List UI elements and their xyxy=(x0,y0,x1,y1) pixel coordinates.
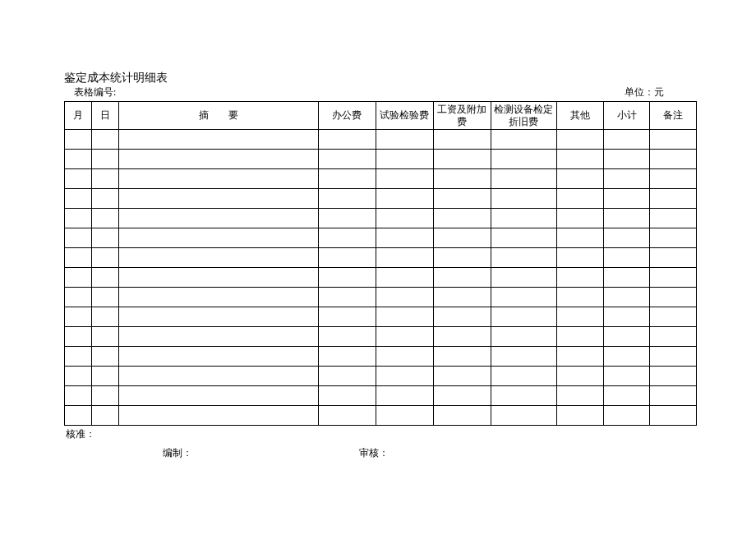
table-cell xyxy=(491,248,556,268)
table-cell xyxy=(376,189,433,209)
table-cell xyxy=(318,307,376,327)
table-cell xyxy=(491,150,556,169)
table-cell xyxy=(433,386,491,406)
table-cell xyxy=(433,209,491,228)
table-cell xyxy=(557,150,604,169)
table-cell xyxy=(603,130,650,150)
table-cell xyxy=(91,386,118,406)
table-cell xyxy=(603,209,650,228)
table-cell xyxy=(65,288,92,307)
table-cell xyxy=(433,406,491,426)
table-cell xyxy=(318,288,376,307)
table-cell xyxy=(91,367,118,386)
table-cell xyxy=(650,228,697,248)
table-cell xyxy=(433,248,491,268)
table-row xyxy=(65,189,697,209)
table-cell xyxy=(650,268,697,288)
table-cell xyxy=(650,209,697,228)
table-cell xyxy=(603,367,650,386)
table-cell xyxy=(557,288,604,307)
audit-label: 审核： xyxy=(359,446,389,460)
table-cell xyxy=(376,169,433,189)
table-cell xyxy=(433,228,491,248)
table-cell xyxy=(91,406,118,426)
col-day: 日 xyxy=(91,102,118,130)
table-cell xyxy=(65,307,92,327)
table-cell xyxy=(650,189,697,209)
table-cell xyxy=(650,307,697,327)
table-cell xyxy=(91,268,118,288)
table-cell xyxy=(433,307,491,327)
table-cell xyxy=(557,228,604,248)
table-body xyxy=(65,130,697,426)
table-cell xyxy=(118,268,318,288)
table-cell xyxy=(118,150,318,169)
table-cell xyxy=(433,288,491,307)
table-cell xyxy=(603,150,650,169)
table-cell xyxy=(433,150,491,169)
footer-row-2: 编制： 审核： xyxy=(64,446,697,460)
table-cell xyxy=(318,268,376,288)
table-cell xyxy=(118,209,318,228)
table-cell xyxy=(118,228,318,248)
table-cell xyxy=(650,406,697,426)
table-cell xyxy=(376,367,433,386)
document-content: 鉴定成本统计明细表 表格编号: 单位：元 月 日 摘 要 办公费 试验检验费 工… xyxy=(64,71,697,460)
table-cell xyxy=(491,169,556,189)
table-cell xyxy=(491,130,556,150)
table-cell xyxy=(650,367,697,386)
table-row xyxy=(65,347,697,367)
table-cell xyxy=(118,367,318,386)
table-cell xyxy=(91,130,118,150)
table-cell xyxy=(65,327,92,347)
table-row xyxy=(65,406,697,426)
table-cell xyxy=(557,268,604,288)
table-cell xyxy=(603,386,650,406)
table-cell xyxy=(118,288,318,307)
table-row xyxy=(65,386,697,406)
table-cell xyxy=(376,248,433,268)
table-cell xyxy=(65,367,92,386)
table-header-row: 月 日 摘 要 办公费 试验检验费 工资及附加费 检测设备检定折旧费 其他 小计… xyxy=(65,102,697,130)
prepare-label: 编制： xyxy=(163,446,192,460)
table-cell xyxy=(603,268,650,288)
table-cell xyxy=(491,189,556,209)
table-cell xyxy=(557,307,604,327)
table-cell xyxy=(318,209,376,228)
table-cell xyxy=(376,386,433,406)
table-cell xyxy=(650,169,697,189)
table-cell xyxy=(491,307,556,327)
table-cell xyxy=(376,307,433,327)
table-cell xyxy=(557,248,604,268)
table-cell xyxy=(318,228,376,248)
col-wage-fee: 工资及附加费 xyxy=(433,102,491,130)
table-cell xyxy=(376,228,433,248)
table-cell xyxy=(650,248,697,268)
table-cell xyxy=(433,268,491,288)
table-cell xyxy=(603,307,650,327)
table-cell xyxy=(557,169,604,189)
col-subtotal: 小计 xyxy=(603,102,650,130)
table-cell xyxy=(118,248,318,268)
table-cell xyxy=(65,150,92,169)
col-depreciation-fee: 检测设备检定折旧费 xyxy=(491,102,556,130)
table-cell xyxy=(118,169,318,189)
table-cell xyxy=(491,386,556,406)
table-cell xyxy=(376,130,433,150)
table-cell xyxy=(603,406,650,426)
table-cell xyxy=(650,130,697,150)
table-cell xyxy=(91,307,118,327)
table-cell xyxy=(491,228,556,248)
table-cell xyxy=(491,406,556,426)
table-cell xyxy=(376,150,433,169)
col-summary: 摘 要 xyxy=(118,102,318,130)
table-cell xyxy=(491,209,556,228)
table-cell xyxy=(557,406,604,426)
table-cell xyxy=(491,347,556,367)
table-cell xyxy=(318,150,376,169)
table-cell xyxy=(65,406,92,426)
table-cell xyxy=(318,169,376,189)
table-cell xyxy=(557,327,604,347)
table-cell xyxy=(491,367,556,386)
table-row xyxy=(65,169,697,189)
